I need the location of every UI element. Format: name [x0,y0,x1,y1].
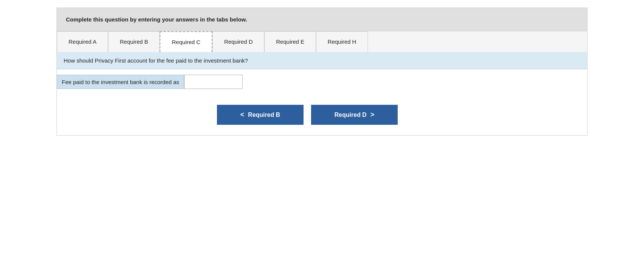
nav-buttons: < Required B Required D > [57,94,587,135]
tabs-container: Required A Required B Required C Require… [56,31,588,52]
answer-row: Fee paid to the investment bank is recor… [57,69,587,94]
question-row: How should Privacy First account for the… [57,52,587,69]
question-text: How should Privacy First account for the… [64,57,248,64]
tab-required-h[interactable]: Required H [316,31,368,52]
prev-arrow-icon: < [240,111,244,119]
next-arrow-icon: > [370,111,374,119]
next-button[interactable]: Required D > [311,105,398,125]
answer-input[interactable] [184,75,243,89]
tab-required-e[interactable]: Required E [264,31,316,52]
content-area: How should Privacy First account for the… [56,52,588,136]
tab-required-d[interactable]: Required D [212,31,264,52]
next-button-label: Required D [334,112,366,118]
prev-button-label: Required B [248,112,280,118]
main-container: Complete this question by entering your … [56,8,588,136]
instruction-bar: Complete this question by entering your … [56,8,588,31]
instruction-text: Complete this question by entering your … [66,16,247,23]
tab-required-c[interactable]: Required C [160,31,212,52]
tab-required-b[interactable]: Required B [108,31,160,52]
tab-required-a[interactable]: Required A [57,31,108,52]
answer-label: Fee paid to the investment bank is recor… [57,75,184,89]
prev-button[interactable]: < Required B [217,105,304,125]
